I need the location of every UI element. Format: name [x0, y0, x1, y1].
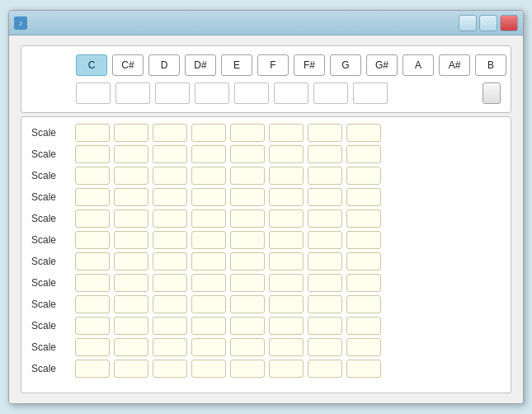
scale-cell-1-2[interactable] [153, 145, 187, 163]
scale-cell-10-1[interactable] [114, 338, 148, 356]
scale-cell-4-2[interactable] [153, 209, 187, 228]
scale-input-6[interactable] [313, 82, 348, 104]
scale-cell-11-2[interactable] [153, 360, 187, 378]
scale-cell-1-4[interactable] [230, 145, 265, 163]
scale-cell-8-4[interactable] [230, 295, 265, 313]
scale-input-3[interactable] [195, 82, 229, 104]
scale-cell-0-1[interactable] [114, 124, 148, 142]
scale-cell-2-3[interactable] [191, 167, 226, 185]
scale-cell-7-4[interactable] [230, 274, 265, 292]
scale-cell-10-7[interactable] [346, 338, 381, 356]
scale-cell-8-7[interactable] [346, 295, 381, 313]
note-button-D[interactable]: D [148, 54, 180, 76]
scale-cell-5-5[interactable] [269, 231, 304, 249]
scale-cell-3-6[interactable] [308, 188, 342, 206]
scale-cell-8-0[interactable] [75, 295, 110, 313]
scale-cell-7-2[interactable] [153, 274, 187, 292]
scale-input-7[interactable] [353, 82, 388, 104]
scale-cell-3-2[interactable] [153, 188, 187, 206]
note-button-E[interactable]: E [221, 54, 252, 76]
scale-cell-2-1[interactable] [114, 167, 148, 185]
scale-cell-8-6[interactable] [308, 295, 342, 313]
note-button-Asharp[interactable]: A# [439, 54, 470, 76]
scale-cell-0-5[interactable] [269, 124, 304, 142]
note-button-Csharp[interactable]: C# [112, 54, 144, 76]
scale-cell-6-1[interactable] [114, 252, 148, 271]
scale-cell-0-2[interactable] [153, 124, 187, 142]
scale-cell-8-2[interactable] [153, 295, 187, 313]
scale-cell-1-5[interactable] [269, 145, 304, 163]
scale-cell-4-7[interactable] [346, 209, 381, 228]
scale-cell-5-1[interactable] [114, 231, 148, 249]
scale-cell-0-6[interactable] [308, 124, 342, 142]
scale-cell-1-6[interactable] [308, 145, 342, 163]
scale-cell-5-2[interactable] [153, 231, 187, 249]
scale-input-5[interactable] [274, 82, 308, 104]
scale-cell-5-4[interactable] [230, 231, 265, 249]
scale-cell-7-7[interactable] [346, 274, 381, 292]
scale-cell-0-4[interactable] [230, 124, 265, 142]
scale-cell-7-3[interactable] [191, 274, 226, 292]
scale-cell-10-3[interactable] [191, 338, 226, 356]
scale-cell-10-0[interactable] [75, 338, 110, 356]
scale-cell-2-6[interactable] [308, 167, 342, 185]
scale-cell-3-5[interactable] [269, 188, 304, 206]
scale-input-1[interactable] [115, 82, 150, 104]
scale-cell-3-4[interactable] [230, 188, 265, 206]
scale-cell-7-6[interactable] [308, 274, 342, 292]
scale-cell-1-1[interactable] [114, 145, 148, 163]
scale-cell-4-0[interactable] [75, 209, 110, 228]
scale-cell-11-3[interactable] [191, 360, 226, 378]
scale-cell-2-0[interactable] [75, 167, 110, 185]
scale-cell-5-3[interactable] [191, 231, 226, 249]
scale-cell-11-1[interactable] [114, 360, 148, 378]
note-button-Gsharp[interactable]: G# [366, 54, 398, 76]
scale-cell-1-3[interactable] [191, 145, 226, 163]
scale-cell-6-6[interactable] [308, 252, 342, 271]
scale-cell-10-6[interactable] [308, 338, 342, 356]
note-button-Dsharp[interactable]: D# [185, 54, 216, 76]
scale-cell-9-0[interactable] [75, 317, 110, 335]
minimize-button[interactable] [459, 15, 477, 31]
scale-cell-9-6[interactable] [308, 317, 342, 335]
scale-cell-0-3[interactable] [191, 124, 226, 142]
scale-cell-2-2[interactable] [153, 167, 187, 185]
scale-cell-10-5[interactable] [269, 338, 304, 356]
scale-cell-10-4[interactable] [230, 338, 265, 356]
note-button-C[interactable]: C [76, 54, 107, 76]
scale-cell-6-0[interactable] [75, 252, 110, 271]
scale-cell-3-7[interactable] [346, 188, 381, 206]
scale-cell-11-7[interactable] [346, 360, 381, 378]
scale-cell-3-1[interactable] [114, 188, 148, 206]
scale-cell-9-4[interactable] [230, 317, 265, 335]
scale-cell-7-1[interactable] [114, 274, 148, 292]
scale-cell-2-7[interactable] [346, 167, 381, 185]
scale-cell-5-6[interactable] [308, 231, 342, 249]
scale-cell-0-0[interactable] [75, 124, 110, 142]
scale-cell-4-4[interactable] [230, 209, 265, 228]
scale-cell-0-7[interactable] [346, 124, 381, 142]
scale-cell-9-5[interactable] [269, 317, 304, 335]
scale-cell-9-3[interactable] [191, 317, 226, 335]
note-button-Fsharp[interactable]: F# [294, 54, 325, 76]
scale-cell-6-2[interactable] [153, 252, 187, 271]
scale-input-0[interactable] [76, 82, 111, 104]
scale-cell-7-5[interactable] [269, 274, 304, 292]
scale-cell-6-4[interactable] [230, 252, 265, 271]
close-button[interactable] [500, 15, 518, 31]
note-button-G[interactable]: G [330, 54, 361, 76]
scale-cell-5-0[interactable] [75, 231, 110, 249]
scale-cell-6-7[interactable] [346, 252, 381, 271]
scale-cell-5-7[interactable] [346, 231, 381, 249]
maximize-button[interactable] [479, 15, 497, 31]
note-button-B[interactable]: B [475, 54, 506, 76]
scale-cell-4-3[interactable] [191, 209, 226, 228]
scale-input-4[interactable] [234, 82, 269, 104]
scale-cell-1-0[interactable] [75, 145, 110, 163]
note-button-F[interactable]: F [257, 54, 289, 76]
scale-cell-3-0[interactable] [75, 188, 110, 206]
scale-cell-7-0[interactable] [75, 274, 110, 292]
scale-cell-8-1[interactable] [114, 295, 148, 313]
scale-cell-6-5[interactable] [269, 252, 304, 271]
transpose-button[interactable] [483, 82, 501, 104]
